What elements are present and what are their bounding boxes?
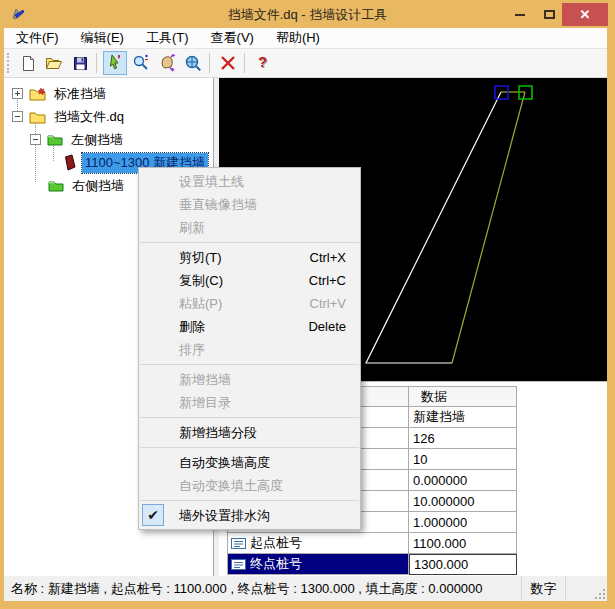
select-add-icon [106,54,124,72]
menu-item-outer-drainage-ditch[interactable]: ✔ 墙外设置排水沟 [139,504,360,527]
menu-item-refresh: 刷新 [139,216,360,239]
minimize-icon [515,14,525,16]
save-icon [72,55,89,72]
menu-shortcut: Ctrl+X [310,250,346,265]
title-bar: 挡墙文件.dq - 挡墙设计工具 ✕ [0,0,615,28]
new-file-button[interactable] [16,51,40,75]
menu-item-add-wall-segment[interactable]: 新增挡墙分段 [139,421,360,444]
tree-item-left-walls[interactable]: 左侧挡墙 [30,129,126,150]
menu-view[interactable]: 查看(V) [201,27,264,49]
toolbar-separator [244,53,245,73]
context-menu: 设置填土线 垂直镜像挡墙 刷新 剪切(T)Ctrl+X 复制(C)Ctrl+C … [138,167,361,530]
property-value[interactable]: 10 [409,449,517,470]
delete-button[interactable] [216,51,240,75]
close-button[interactable]: ✕ [562,3,608,26]
new-document-icon [20,55,37,72]
zoom-extents-button[interactable] [181,51,205,75]
menu-item-set-fill-line: 设置填土线 [139,170,360,193]
minimize-button[interactable] [506,3,534,26]
menu-item-auto-change-fill-height: 自动变换填土高度 [139,474,360,497]
folder-special-icon [29,87,46,101]
folder-green-icon [47,133,63,146]
menu-separator [140,417,359,418]
maximize-icon [544,10,555,19]
field-icon [231,538,246,549]
menu-item-add-directory: 新增目录 [139,391,360,414]
status-num-mode: 数字 [521,576,565,601]
menu-item-label: 刷新 [179,219,205,237]
menu-item-delete[interactable]: 删除Delete [139,315,360,338]
tree-item-label: 挡墙文件.dq [51,107,127,127]
menu-separator [140,242,359,243]
menu-item-label: 剪切(T) [179,249,222,267]
property-value[interactable]: 1100.000 [409,533,517,554]
menu-item-copy[interactable]: 复制(C)Ctrl+C [139,269,360,292]
menu-item-label: 删除 [179,318,205,336]
tree-item-right-walls[interactable]: 右侧挡墙 [48,175,127,196]
svg-text:?: ? [258,54,267,70]
wall-back-line [452,92,525,363]
app-window: 挡墙文件.dq - 挡墙设计工具 ✕ 文件(F) 编辑(E) 工具(T) 查看(… [0,0,615,609]
menu-shortcut: Delete [308,319,346,334]
menu-item-label: 垂直镜像挡墙 [179,196,257,214]
property-value[interactable]: 1.000000 [409,512,517,533]
toolbar-separator [96,53,97,73]
pan-tool-button[interactable] [155,51,179,75]
menu-item-auto-change-wall-height[interactable]: 自动变换墙高度 [139,451,360,474]
tree-item-wall-file[interactable]: 挡墙文件.dq [12,106,127,127]
open-file-button[interactable] [42,51,66,75]
property-label-text: 起点桩号 [250,534,302,552]
toolbar-separator [209,53,210,73]
menu-item-label: 粘贴(P) [179,295,222,313]
zoom-magnifier-icon [132,54,150,72]
menu-item-label: 新增目录 [179,394,231,412]
tree-item-label: 右侧挡墙 [69,176,127,196]
help-button[interactable]: ? ? [251,51,275,75]
menu-edit[interactable]: 编辑(E) [71,27,134,49]
menu-file[interactable]: 文件(F) [6,27,69,49]
folder-yellow-icon [29,110,46,124]
expand-plus-icon[interactable] [12,88,23,99]
status-blank-pane [565,576,591,601]
property-value-focused[interactable]: 1300.000 [409,554,517,575]
menu-item-paste: 粘贴(P)Ctrl+V [139,292,360,315]
property-value[interactable]: 126 [409,428,517,449]
maximize-button[interactable] [536,3,562,26]
help-question-icon: ? ? [254,54,272,72]
expand-minus-icon[interactable] [30,134,41,145]
tree-item-standard-wall[interactable]: 标准挡墙 [12,83,109,104]
menu-item-label: 墙外设置排水沟 [179,507,270,525]
menu-item-vertical-mirror: 垂直镜像挡墙 [139,193,360,216]
toolbar-gripper[interactable] [7,53,10,73]
save-button[interactable] [68,51,92,75]
property-label-start-station[interactable]: 起点桩号 [227,533,409,554]
menu-separator [140,500,359,501]
menu-separator [140,447,359,448]
menu-help[interactable]: 帮助(H) [266,27,330,49]
zoom-tool-button[interactable] [129,51,153,75]
tree-item-label: 左侧挡墙 [68,130,126,150]
menu-separator [140,364,359,365]
folder-green-icon [48,179,64,192]
menu-item-label: 设置填土线 [179,173,244,191]
select-tool-button[interactable] [103,51,127,75]
delete-cross-icon [219,54,237,72]
property-label-end-station-selected[interactable]: 终点桩号 [227,554,409,575]
pan-hand-icon [158,54,176,72]
status-message: 名称 : 新建挡墙 , 起点桩号 : 1100.000 , 终点桩号 : 130… [4,580,521,598]
menu-item-label: 新增挡墙 [179,371,231,389]
expand-minus-icon[interactable] [12,111,23,122]
resize-grip-icon[interactable] [591,576,607,601]
menu-item-cut[interactable]: 剪切(T)Ctrl+X [139,246,360,269]
menu-item-label: 自动变换墙高度 [179,454,270,472]
menu-shortcut: Ctrl+C [309,273,346,288]
tree-item-label: 标准挡墙 [51,84,109,104]
menu-tools[interactable]: 工具(T) [136,27,199,49]
menu-bar: 文件(F) 编辑(E) 工具(T) 查看(V) 帮助(H) [4,28,607,49]
property-value[interactable]: 0.000000 [409,470,517,491]
menu-item-label: 自动变换填土高度 [179,477,283,495]
wall-outline [366,92,501,363]
property-value[interactable]: 新建挡墙 [409,407,517,428]
checkmark-icon: ✔ [142,504,164,526]
property-value[interactable]: 10.000000 [409,491,517,512]
